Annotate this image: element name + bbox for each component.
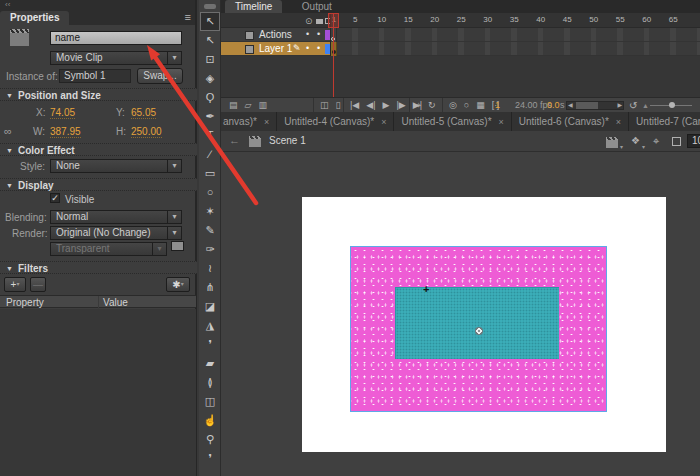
edit-symbols-icon[interactable]: ❖ [631,135,640,146]
stroke-color-control[interactable]: ❜ [200,449,220,468]
ruler-frame-55[interactable]: 55 [616,15,625,24]
section-display[interactable]: ▼ Display [0,178,197,191]
edit-scene-icon[interactable] [606,140,618,148]
center-stage-icon[interactable]: ⌖ [653,135,659,148]
ruler-frame-20[interactable]: 20 [430,15,439,24]
step-back-button[interactable]: ◀| [366,98,375,113]
blending-dropdown[interactable]: Normal ▾ [50,210,182,224]
transformation-point-icon[interactable] [475,327,483,335]
show-hide-all-layers-icon[interactable]: ⊙ [305,16,313,26]
layer-lock-dot[interactable]: • [317,29,320,39]
timeline-zoom-slider[interactable] [650,105,692,106]
filter-options-button[interactable]: ✱▾ [166,277,190,292]
layer-visibility-dot[interactable]: • [306,43,309,53]
playhead-line[interactable] [333,14,334,97]
scroll-left-icon[interactable]: ◀ [568,101,573,110]
ruler-frame-60[interactable]: 60 [642,15,651,24]
filters-empty-list[interactable] [0,309,196,476]
pencil-tool[interactable]: ✎ [200,221,220,240]
layer-depth-button[interactable]: ▯ [336,98,341,113]
onion-skin-outlines-button[interactable]: ○ [464,98,469,113]
timeline-ruler[interactable]: 15101520253035404550556065 [221,13,700,28]
clip-content-icon[interactable] [672,137,681,146]
stage-zoom-select[interactable]: 100 [687,134,700,148]
ruler-frame-15[interactable]: 15 [404,15,413,24]
actions-frame-1[interactable] [331,28,337,42]
bone-tool[interactable]: ⋔ [200,278,220,297]
eyedropper-tool[interactable]: ❜ [200,335,220,354]
scroll-right-icon[interactable]: ▶ [617,101,622,110]
instance-name-input[interactable]: name [50,31,182,45]
style-dropdown[interactable]: None ▾ [50,159,182,173]
camera-button[interactable]: ◫ [320,98,329,113]
ruler-frame-50[interactable]: 50 [589,15,598,24]
timeline-tab-output[interactable]: Output [292,0,342,13]
lasso-tool[interactable]: Ϙ [200,88,220,107]
layer-row-layer-1[interactable]: Layer 1✎•• [221,42,330,56]
symbol-inner-rect[interactable] [395,287,559,359]
layer-visibility-dot[interactable]: • [306,29,309,39]
back-arrow-icon[interactable]: ← [229,134,240,146]
panel-collapse-chevrons-icon[interactable]: ‹‹ [0,0,195,11]
close-icon[interactable]: × [499,117,504,127]
width-tool[interactable]: ≬ [200,373,220,392]
close-icon[interactable]: × [264,117,269,127]
lock-icon[interactable] [316,15,323,25]
y-value[interactable]: 65.05 [131,107,156,119]
w-value[interactable]: 387.95 [50,126,81,138]
line-tool[interactable]: ∕ [200,145,220,164]
panel-grip-icon[interactable] [204,4,216,9]
stage-canvas[interactable]: + [302,197,666,452]
ruler-frame-25[interactable]: 25 [457,15,466,24]
panel-menu-icon[interactable]: ≡ [185,11,191,24]
ruler-frame-45[interactable]: 45 [563,15,572,24]
add-filter-button[interactable]: +▾ [4,277,26,292]
pen-tool[interactable]: ✒ [200,107,220,126]
delete-layer-button[interactable]: ▥ [258,98,267,113]
camera-tool[interactable]: ◫ [200,392,220,411]
chevron-down-icon[interactable]: ▾ [642,139,645,150]
symbol-type-dropdown[interactable]: Movie Clip ▾ [50,51,182,65]
text-tool[interactable]: T [200,126,220,145]
timeline-tab-timeline[interactable]: Timeline [225,0,282,13]
stage-pasteboard[interactable]: + [221,152,700,476]
zoom-slider-thumb[interactable] [669,102,675,108]
ruler-frame-30[interactable]: 30 [483,15,492,24]
ruler-frame-35[interactable]: 35 [510,15,519,24]
document-tab-untitled-7-canvas-[interactable]: Untitled-7 (Canvas)*× [629,112,700,131]
document-tab-untitled-5-canvas-[interactable]: Untitled-5 (Canvas)*× [394,112,511,131]
scrollbar-thumb[interactable] [576,102,598,109]
free-transform-tool[interactable]: ⊡ [200,50,220,69]
layer-lock-dot[interactable]: • [317,43,320,53]
section-color-effect[interactable]: ▼ Color Effect [0,143,197,156]
selected-symbol-outer-rect[interactable] [350,246,607,412]
new-folder-button[interactable]: ▱ [245,98,252,113]
chevron-down-icon[interactable]: ▾ [620,139,623,150]
visible-checkbox[interactable]: ✓ [50,193,60,203]
resize-handle-icon[interactable]: ▲ [642,98,649,113]
selection-tool[interactable]: ↖ [200,12,220,31]
x-value[interactable]: 74.05 [50,107,75,119]
paint-bucket-tool[interactable]: ◪ [200,297,220,316]
layer1-frame-1-selected[interactable] [331,42,337,56]
document-tab-untitled-4-canvas-[interactable]: Untitled-4 (Canvas)*× [277,112,394,131]
hand-tool[interactable]: ☝ [200,411,220,430]
rectangle-tool[interactable]: ▭ [200,164,220,183]
constrain-link-icon[interactable]: ∞ [4,125,12,137]
tab-properties[interactable]: Properties [0,11,69,25]
zoom-tool[interactable]: ⚲ [200,430,220,449]
subselection-tool[interactable]: ↖ [200,31,220,50]
section-position-and-size[interactable]: ▼ Position and Size [0,88,197,101]
ruler-frame-10[interactable]: 10 [377,15,386,24]
swap-button[interactable]: Swap... [137,68,183,84]
eraser-tool[interactable]: ▰ [200,354,220,373]
reset-timeline-zoom-button[interactable]: ↺ [629,98,637,113]
center-frame-button[interactable]: ⌖ [416,98,421,113]
close-icon[interactable]: × [381,117,386,127]
step-forward-button[interactable]: |▶ [396,98,405,113]
ruler-frame-5[interactable]: 5 [353,15,357,24]
ink-bottle-tool[interactable]: ◮ [200,316,220,335]
layer-row-actions[interactable]: Actions•• [221,28,330,42]
onion-skin-button[interactable]: ◎ [449,98,457,113]
ruler-frame-65[interactable]: 65 [669,15,678,24]
